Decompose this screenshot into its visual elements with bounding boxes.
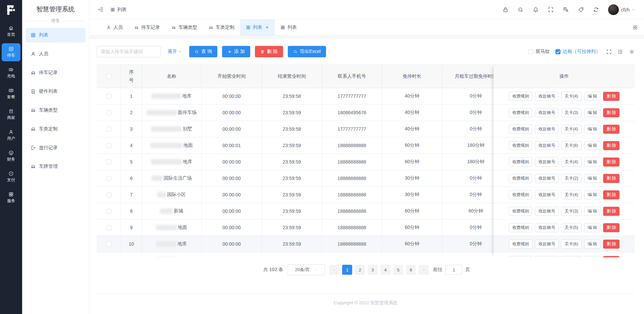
bell-icon[interactable] <box>533 7 539 13</box>
fee-rules-button[interactable]: 收费规则 <box>509 207 532 216</box>
row-checkbox[interactable] <box>106 225 111 230</box>
fee-rules-button[interactable]: 收费规则 <box>509 125 532 134</box>
row-delete-button[interactable]: 删 除 <box>603 256 619 258</box>
payee-account-button[interactable]: 收款账号 <box>535 108 558 117</box>
fee-rules-button[interactable]: 收费规则 <box>509 223 532 232</box>
rail-item-finance[interactable]: 财务 <box>2 147 20 165</box>
tab-vehicle-custom[interactable]: 车类定制 <box>203 19 240 35</box>
export-excel-button[interactable]: 导出Excel <box>288 46 326 57</box>
table-row[interactable]: 6 国际生活广场 00:00:00 23:59:59 18888888888 3… <box>97 170 510 187</box>
row-checkbox[interactable] <box>106 209 111 214</box>
gates-button[interactable]: 关卡(4) <box>561 125 581 134</box>
row-checkbox[interactable] <box>106 192 111 197</box>
query-button[interactable]: 查 询 <box>189 46 217 57</box>
table-row[interactable]: 11 地面 00:00:00 23:59:59 18888888888 60分钟… <box>97 252 510 257</box>
page-button-2[interactable]: 2 <box>355 265 365 275</box>
sidebar-collapse-icon[interactable] <box>98 7 104 12</box>
gates-button[interactable]: 关卡(2) <box>561 174 581 183</box>
payee-account-button[interactable]: 收款账号 <box>535 223 558 232</box>
table-config-gear-icon[interactable] <box>629 49 635 55</box>
border-checkbox[interactable]: 边框（可拉伸列） <box>555 49 600 55</box>
sidebar-item-release-records[interactable]: 放行记录 <box>25 140 86 155</box>
rail-item-parking[interactable]: 停车 <box>2 43 20 61</box>
table-row[interactable]: 3 别墅 00:00:00 23:59:58 17777777777 40分钟 … <box>97 121 510 137</box>
lock-icon[interactable] <box>502 7 508 13</box>
next-page-button[interactable] <box>419 265 429 275</box>
row-checkbox[interactable] <box>106 176 111 181</box>
fee-rules-button[interactable]: 收费规则 <box>509 92 532 101</box>
table-row[interactable]: 1 地库 00:00:00 23:59:58 17777777777 40分钟 … <box>97 88 510 105</box>
row-delete-button[interactable]: 删 除 <box>603 92 619 101</box>
zebra-checkbox[interactable]: 斑马纹 <box>528 49 550 55</box>
rail-item-home[interactable]: 首页 <box>2 22 20 41</box>
row-delete-button[interactable]: 删 除 <box>603 141 619 150</box>
gates-button[interactable]: 关卡(5) <box>561 223 581 232</box>
goto-page-input[interactable] <box>445 265 462 275</box>
fee-rules-button[interactable]: 收费规则 <box>509 174 532 183</box>
fee-rules-button[interactable]: 收费规则 <box>509 141 532 150</box>
table-row[interactable]: 10 地库 00:00:00 23:59:59 18888888888 60分钟… <box>97 236 510 252</box>
prev-page-button[interactable] <box>329 265 339 275</box>
checkbox-checked[interactable] <box>555 49 560 54</box>
tab-personnel[interactable]: 人员 <box>101 19 128 35</box>
sidebar-item-parking-records[interactable]: 停车记录 <box>25 65 86 80</box>
rail-item-merchants[interactable]: 商家 <box>2 106 20 124</box>
tab-parking-records[interactable]: 停车记录 <box>128 19 166 35</box>
fee-rules-button[interactable]: 收费规则 <box>509 190 532 199</box>
tabs-menu-icon[interactable] <box>633 25 638 30</box>
search-icon[interactable] <box>518 7 524 13</box>
tab-list-active[interactable]: 列表 <box>240 19 275 35</box>
expand-link[interactable]: 展开 <box>168 49 182 55</box>
edit-button[interactable]: 编 辑 <box>584 256 600 258</box>
close-icon[interactable] <box>265 25 269 29</box>
page-button-6[interactable]: 6 <box>406 265 416 275</box>
app-logo[interactable] <box>4 3 18 17</box>
page-size-select[interactable]: 20条/页 <box>287 264 325 275</box>
page-button-4[interactable]: 4 <box>380 265 390 275</box>
gates-button[interactable]: 关卡(8) <box>561 141 581 150</box>
edit-button[interactable]: 编 辑 <box>584 92 600 101</box>
rail-item-charging[interactable]: 充电 <box>2 64 20 82</box>
payee-account-button[interactable]: 收款账号 <box>535 240 558 249</box>
checkbox-unchecked[interactable] <box>528 49 533 54</box>
table-fullscreen-icon[interactable] <box>606 49 612 55</box>
sidebar-item-hardware-list[interactable]: 硬件列表 <box>25 84 86 99</box>
page-button-5[interactable]: 5 <box>393 265 403 275</box>
sidebar-item-personnel[interactable]: 人员 <box>25 47 86 61</box>
row-checkbox[interactable] <box>106 160 111 165</box>
sidebar-item-vehicle-custom[interactable]: 车类定制 <box>25 122 86 136</box>
payee-account-button[interactable]: 收款账号 <box>535 256 558 258</box>
table-row[interactable]: 7 国际小区 00:00:00 23:59:59 18888888888 30分… <box>97 187 510 203</box>
table-row[interactable]: 8 新城 00:00:00 23:59:59 18888888888 60分钟 … <box>97 203 510 219</box>
row-delete-button[interactable]: 删 除 <box>603 174 619 183</box>
gates-button[interactable]: 关卡(6) <box>561 240 581 249</box>
fee-rules-button[interactable]: 收费规则 <box>509 158 532 167</box>
search-input[interactable] <box>97 46 161 57</box>
row-delete-button[interactable]: 删 除 <box>603 125 619 134</box>
tab-vehicle-types[interactable]: 车辆类型 <box>166 19 203 35</box>
table-row[interactable]: 2 面停车场 00:00:00 23:59:59 18086495676 40分… <box>97 105 510 121</box>
payee-account-button[interactable]: 收款账号 <box>535 92 558 101</box>
fullscreen-icon[interactable] <box>548 7 554 13</box>
rail-item-payment[interactable]: 支付 <box>2 168 20 186</box>
tab-list[interactable]: 列表 <box>275 19 303 35</box>
row-checkbox[interactable] <box>106 94 111 99</box>
gates-button[interactable]: 关卡(4) <box>561 256 581 258</box>
payee-account-button[interactable]: 收款账号 <box>535 190 558 199</box>
fee-rules-button[interactable]: 收费规则 <box>509 240 532 249</box>
edit-button[interactable]: 编 辑 <box>584 190 600 199</box>
row-delete-button[interactable]: 删 除 <box>603 223 619 232</box>
edit-button[interactable]: 编 辑 <box>584 174 600 183</box>
rail-item-users[interactable]: 用户 <box>2 126 20 144</box>
page-button-3[interactable]: 3 <box>368 265 378 275</box>
delete-button[interactable]: 删 除 <box>255 46 283 57</box>
rail-item-services[interactable]: 服务 <box>2 189 20 207</box>
language-icon[interactable] <box>563 7 569 13</box>
edit-button[interactable]: 编 辑 <box>584 108 600 117</box>
select-all-checkbox[interactable] <box>106 74 111 79</box>
row-checkbox[interactable] <box>106 143 111 148</box>
row-checkbox[interactable] <box>106 127 111 132</box>
table-row[interactable]: 5 地库 00:00:00 23:59:59 18888888888 60分钟 … <box>97 154 510 170</box>
add-button[interactable]: 添 加 <box>222 46 250 57</box>
tag-icon[interactable] <box>578 7 584 13</box>
